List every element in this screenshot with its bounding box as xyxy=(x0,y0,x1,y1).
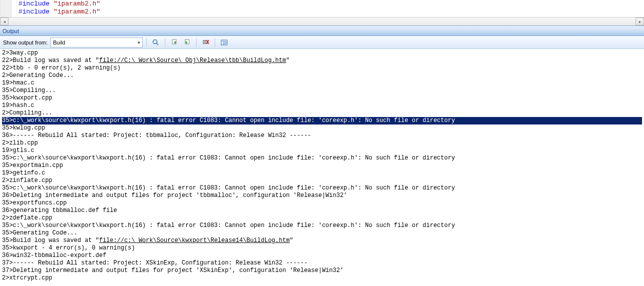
output-panel-title: Output xyxy=(2,28,19,34)
clear-all-icon xyxy=(202,38,210,46)
code-keyword: #include xyxy=(18,0,49,8)
output-line[interactable]: 35>Generating Code... xyxy=(2,230,642,237)
output-line[interactable]: 36>generating tbbmalloc.def file xyxy=(2,207,642,214)
output-line[interactable]: 22>tbb - 0 error(s), 2 warning(s) xyxy=(2,64,642,72)
output-line[interactable]: 37>------ Rebuild All started: Project: … xyxy=(2,260,642,267)
output-toolbar: Show output from: Build xyxy=(0,36,644,49)
build-log-link[interactable]: file://c:\_Work\Source\kwxport\Release14… xyxy=(99,237,290,244)
output-panel-header[interactable]: Output xyxy=(0,26,644,36)
output-line[interactable]: 35>exportfuncs.cpp xyxy=(2,200,642,207)
output-text-area[interactable]: 2>3way.cpp22>Build log was saved at "fil… xyxy=(0,49,644,282)
output-line[interactable]: 35>kwlog.cpp xyxy=(2,124,642,132)
output-line[interactable]: 2>zdeflate.cpp xyxy=(2,214,642,222)
output-line[interactable]: 36>win32-tbbmalloc-export.def xyxy=(2,252,642,260)
output-line[interactable]: 35>Build log was saved at "file://c:\_Wo… xyxy=(2,237,642,244)
toolbar-separator xyxy=(146,38,147,47)
output-line[interactable]: 35>kwxport - 4 error(s), 0 warning(s) xyxy=(2,244,642,252)
scroll-left-button[interactable]: ◂ xyxy=(0,18,8,26)
code-content[interactable]: #include "iparamb2.h" #include "iparamm2… xyxy=(18,0,100,16)
output-line[interactable]: 2>Generating Code... xyxy=(2,72,642,80)
output-source-selected-value: Build xyxy=(53,40,65,46)
output-line[interactable]: 36>------ Rebuild All started: Project: … xyxy=(2,132,642,140)
toggle-word-wrap-icon xyxy=(220,38,228,46)
output-line[interactable]: 2>xtrcrypt.cpp xyxy=(2,274,642,282)
clear-all-button[interactable] xyxy=(200,37,211,48)
next-message-button[interactable] xyxy=(182,37,193,48)
output-line[interactable]: 35>exportmain.cpp xyxy=(2,162,642,170)
output-line[interactable]: 37>Deleting intermediate and output file… xyxy=(2,267,642,274)
code-string: "iparamm2.h" xyxy=(53,8,100,16)
output-line[interactable]: 35>c:\_work\source\kwxport\kwxport.h(16)… xyxy=(2,184,642,192)
output-line[interactable]: 2>Compiling... xyxy=(2,110,642,117)
code-gutter xyxy=(0,0,11,17)
output-line[interactable]: 2>3way.cpp xyxy=(2,50,642,57)
output-line[interactable]: 19>getinfo.c xyxy=(2,170,642,177)
output-source-select[interactable]: Build xyxy=(50,38,143,48)
scroll-right-button[interactable]: ▸ xyxy=(636,18,644,26)
output-line[interactable]: 2>zinflate.cpp xyxy=(2,177,642,184)
output-line[interactable]: 2>zlib.cpp xyxy=(2,140,642,147)
find-button[interactable] xyxy=(150,37,161,48)
output-line[interactable]: 35>c:\_work\source\kwxport\kwxport.h(16)… xyxy=(2,222,642,230)
next-message-icon xyxy=(183,38,191,46)
toolbar-separator xyxy=(165,38,165,47)
horizontal-scrollbar[interactable]: ◂ ▸ xyxy=(0,17,644,26)
code-outline-margin xyxy=(11,0,16,17)
code-editor[interactable]: #include "iparamb2.h" #include "iparamm2… xyxy=(0,0,644,17)
output-line[interactable]: 35>Compiling... xyxy=(2,87,642,94)
previous-message-icon xyxy=(170,38,178,46)
output-line[interactable]: 19>hmac.c xyxy=(2,80,642,87)
svg-line-1 xyxy=(157,43,159,45)
show-output-from-label: Show output from: xyxy=(3,40,47,46)
output-line[interactable]: 35>c:\_work\source\kwxport\kwxport.h(16)… xyxy=(2,117,642,124)
output-line[interactable]: 19>gtls.c xyxy=(2,147,642,154)
output-line[interactable]: 35>c:\_work\source\kwxport\kwxport.h(16)… xyxy=(2,154,642,162)
output-line[interactable]: 22>Build log was saved at "file://C:\_Wo… xyxy=(2,57,642,64)
previous-message-button[interactable] xyxy=(169,37,180,48)
toggle-word-wrap-button[interactable] xyxy=(219,37,230,48)
output-line[interactable]: 36>Deleting intermediate and output file… xyxy=(2,192,642,200)
toolbar-separator xyxy=(215,38,215,47)
toolbar-separator xyxy=(196,38,197,47)
build-log-link[interactable]: file://C:\_Work\Source\_Obj\Release\tbb\… xyxy=(99,57,286,64)
code-string: "iparamb2.h" xyxy=(53,0,100,8)
output-line[interactable]: 19>hash.c xyxy=(2,102,642,110)
output-line[interactable]: 35>kwxport.cpp xyxy=(2,94,642,102)
code-keyword: #include xyxy=(18,8,49,16)
find-icon xyxy=(152,38,160,46)
svg-point-0 xyxy=(153,40,157,44)
